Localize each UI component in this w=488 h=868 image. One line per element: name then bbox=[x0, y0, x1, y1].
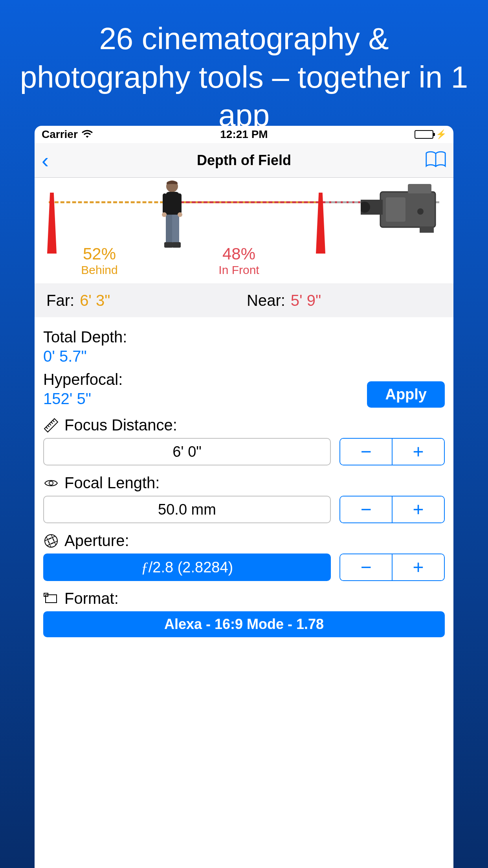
status-time: 12:21 PM bbox=[176, 128, 311, 141]
svg-rect-1 bbox=[166, 192, 179, 215]
behind-percent: 52% bbox=[35, 245, 164, 263]
aperture-label: Aperture: bbox=[64, 532, 129, 550]
bookmark-icon[interactable] bbox=[425, 151, 446, 170]
svg-rect-15 bbox=[420, 226, 434, 233]
focus-distance-minus[interactable]: − bbox=[340, 439, 393, 465]
aperture-icon bbox=[43, 533, 59, 549]
charging-icon: ⚡ bbox=[436, 129, 446, 140]
dof-visualization: 52% Behind 48% In Front bbox=[35, 178, 453, 284]
device-frame: Carrier 12:21 PM ⚡ ‹ Depth of Field bbox=[35, 126, 453, 868]
total-depth-label: Total Depth: bbox=[43, 328, 445, 346]
svg-line-19 bbox=[46, 427, 48, 428]
focal-length-label: Focal Length: bbox=[64, 474, 160, 492]
front-label: In Front bbox=[164, 263, 314, 277]
status-bar: Carrier 12:21 PM ⚡ bbox=[35, 126, 453, 143]
svg-line-20 bbox=[48, 425, 50, 427]
svg-line-22 bbox=[51, 422, 53, 423]
subject-icon bbox=[156, 180, 187, 255]
hyperfocal-label: Hyperfocal: bbox=[43, 371, 123, 388]
svg-point-17 bbox=[417, 208, 424, 215]
focal-length-input[interactable]: 50.0 mm bbox=[43, 496, 331, 523]
near-value: 5' 9" bbox=[291, 292, 321, 309]
svg-point-9 bbox=[178, 212, 182, 217]
near-far-bar: Far: 6' 3" Near: 5' 9" bbox=[35, 284, 453, 317]
format-icon bbox=[43, 591, 59, 607]
svg-rect-12 bbox=[408, 184, 431, 193]
focal-length-plus[interactable]: + bbox=[393, 497, 444, 522]
aperture-input[interactable]: ƒ/2.8 (2.8284) bbox=[43, 554, 331, 581]
near-label: Near: bbox=[247, 292, 285, 309]
focus-distance-label: Focus Distance: bbox=[64, 416, 177, 434]
page-title: Depth of Field bbox=[73, 152, 415, 169]
svg-point-25 bbox=[45, 535, 57, 547]
eye-icon bbox=[43, 475, 59, 491]
svg-rect-3 bbox=[166, 215, 172, 243]
battery-icon bbox=[415, 130, 433, 139]
apply-button[interactable]: Apply bbox=[367, 381, 445, 408]
svg-line-23 bbox=[53, 420, 54, 422]
svg-rect-6 bbox=[163, 193, 167, 214]
carrier-label: Carrier bbox=[42, 128, 78, 141]
nav-bar: ‹ Depth of Field bbox=[35, 143, 453, 178]
back-button[interactable]: ‹ bbox=[42, 150, 49, 171]
format-button[interactable]: Alexa - 16:9 Mode - 1.78 bbox=[43, 611, 445, 637]
svg-point-8 bbox=[162, 212, 167, 217]
far-value: 6' 3" bbox=[80, 292, 110, 309]
focus-distance-stepper: − + bbox=[339, 438, 445, 465]
focus-distance-input[interactable]: 6' 0" bbox=[43, 438, 331, 465]
svg-line-21 bbox=[50, 423, 51, 425]
focal-length-stepper: − + bbox=[339, 496, 445, 523]
behind-label: Behind bbox=[35, 263, 164, 277]
aperture-plus[interactable]: + bbox=[393, 554, 444, 580]
aperture-minus[interactable]: − bbox=[340, 554, 393, 580]
svg-rect-7 bbox=[178, 193, 182, 214]
front-percent: 48% bbox=[164, 245, 314, 263]
aperture-stepper: − + bbox=[339, 554, 445, 581]
far-label: Far: bbox=[46, 292, 74, 309]
format-label: Format: bbox=[64, 590, 119, 607]
wifi-icon bbox=[82, 128, 93, 141]
focus-distance-plus[interactable]: + bbox=[393, 439, 444, 465]
svg-point-24 bbox=[49, 481, 53, 485]
svg-rect-16 bbox=[386, 197, 405, 222]
ruler-icon bbox=[43, 417, 59, 433]
camera-icon bbox=[361, 184, 443, 235]
focal-length-minus[interactable]: − bbox=[340, 497, 393, 522]
total-depth-value: 0' 5.7" bbox=[43, 348, 445, 365]
hyperfocal-value: 152' 5" bbox=[43, 390, 123, 408]
